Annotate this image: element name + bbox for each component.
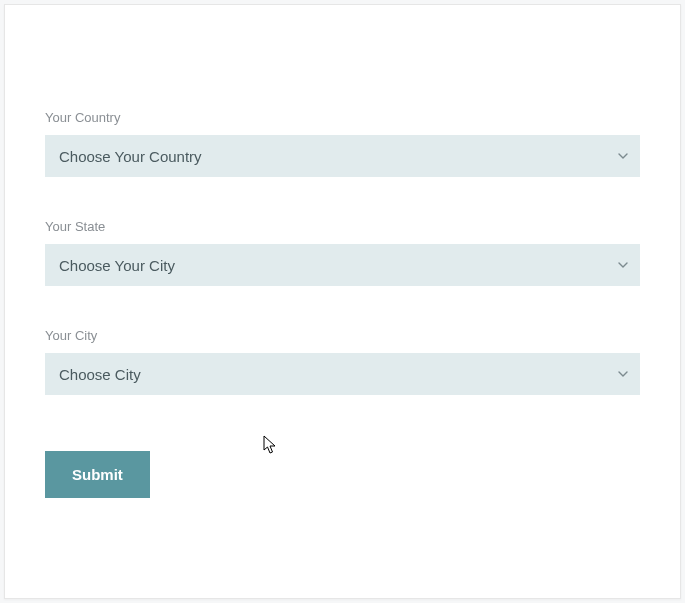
country-group: Your Country Choose Your Country — [45, 110, 640, 177]
state-group: Your State Choose Your City — [45, 219, 640, 286]
city-select-wrap: Choose City — [45, 353, 640, 395]
submit-button[interactable]: Submit — [45, 451, 150, 498]
city-group: Your City Choose City — [45, 328, 640, 395]
form-card: Your Country Choose Your Country Your St… — [4, 4, 681, 599]
cursor-icon — [263, 435, 277, 455]
country-select-wrap: Choose Your Country — [45, 135, 640, 177]
state-label: Your State — [45, 219, 640, 234]
country-select[interactable]: Choose Your Country — [45, 135, 640, 177]
state-select[interactable]: Choose Your City — [45, 244, 640, 286]
city-label: Your City — [45, 328, 640, 343]
city-select[interactable]: Choose City — [45, 353, 640, 395]
state-select-wrap: Choose Your City — [45, 244, 640, 286]
country-label: Your Country — [45, 110, 640, 125]
